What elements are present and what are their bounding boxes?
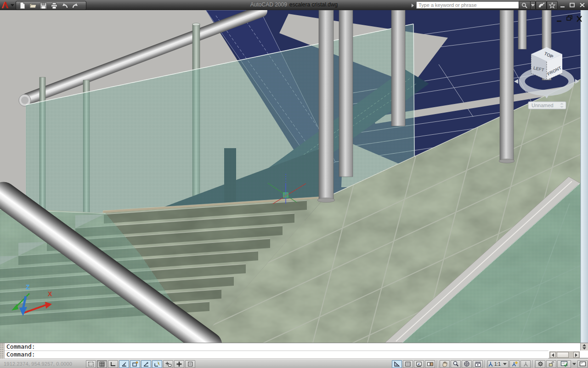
coordinates-readout[interactable]: 1912.2374, 954.9257, 0.0000: [0, 361, 85, 367]
infocenter-collapse-icon[interactable]: [412, 4, 414, 7]
layout-button[interactable]: [403, 360, 413, 368]
close-icon: [580, 2, 585, 8]
scroll-right-button[interactable]: [573, 352, 579, 358]
quick-view-drawings-icon: [427, 361, 434, 367]
satellite-dish-icon: [538, 2, 545, 9]
annotation-visibility-button[interactable]: [509, 360, 520, 368]
menu-browser-caret-icon[interactable]: [11, 4, 14, 6]
grid-toggle[interactable]: [97, 360, 107, 368]
annotation-scale-icon: [488, 361, 493, 367]
annotation-autoscale-icon: [523, 361, 529, 367]
app-name: AutoCAD 2009: [250, 1, 287, 8]
svg-text:Z: Z: [26, 283, 30, 291]
redo-arrow-icon: [72, 2, 79, 9]
command-history-line[interactable]: Command:: [5, 343, 548, 351]
plot-button[interactable]: [50, 2, 58, 9]
chevron-down-icon: [531, 4, 535, 6]
gear-icon: [537, 361, 544, 367]
maximize-button[interactable]: [568, 2, 576, 8]
open-folder-icon: [29, 2, 37, 9]
search-menu-button[interactable]: [530, 1, 536, 10]
osnap-toggle[interactable]: [130, 360, 140, 368]
pan-button[interactable]: [440, 360, 450, 368]
autocad-window: AutoCAD 2009escalera cristal.dwg: [0, 0, 588, 368]
save-button[interactable]: [39, 2, 48, 9]
clean-screen-icon: [579, 361, 586, 367]
statusbar-separator: [437, 360, 438, 368]
ducs-toggle[interactable]: [152, 360, 162, 368]
snap-toggle[interactable]: [86, 360, 96, 368]
new-button[interactable]: [18, 2, 27, 9]
workspace-switching-button[interactable]: [535, 360, 545, 368]
printer-icon: [51, 2, 58, 9]
star-icon: [549, 2, 555, 9]
dyn-toggle[interactable]: [163, 360, 173, 368]
model-space-icon: [394, 361, 400, 367]
toolbar-lock-button[interactable]: [546, 360, 556, 368]
annotation-scale-value: 1:1: [494, 362, 501, 367]
otrack-toggle[interactable]: [141, 360, 151, 368]
showmotion-icon: [475, 361, 481, 367]
statusbar-separator: [485, 360, 486, 368]
search-input[interactable]: [416, 1, 521, 9]
status-bar-menu-button[interactable]: [571, 360, 577, 368]
close-button[interactable]: [578, 2, 586, 8]
drawing-viewport[interactable]: Z X: [0, 10, 588, 343]
quick-view-layouts-icon: [416, 361, 422, 367]
favorites-button[interactable]: [547, 1, 558, 10]
steering-wheel-icon: [464, 361, 470, 367]
command-input-line[interactable]: Command:: [5, 351, 548, 358]
chevron-down-icon: [503, 363, 507, 365]
save-floppy-icon: [40, 2, 47, 9]
quick-view-layouts-button[interactable]: [414, 360, 424, 368]
minimize-icon: [560, 2, 565, 8]
zoom-button[interactable]: [451, 360, 461, 368]
maximize-icon: [570, 2, 575, 8]
document-name: escalera cristal.dwg: [289, 1, 338, 8]
drawing-status-icon: [560, 361, 568, 367]
open-button[interactable]: [28, 2, 37, 9]
command-horizontal-scrollbar[interactable]: [549, 351, 580, 358]
scroll-up-icon[interactable]: [582, 344, 586, 346]
view-label-pill[interactable]: Unnamed: [528, 102, 566, 109]
quick-view-drawings-button[interactable]: [425, 360, 435, 368]
scroll-left-button[interactable]: [550, 352, 556, 358]
autocad-logo-icon[interactable]: [1, 0, 10, 10]
communication-center-button[interactable]: [536, 1, 547, 10]
new-file-icon: [19, 2, 26, 9]
command-scroll-spinner[interactable]: [580, 343, 588, 351]
showmotion-button[interactable]: [473, 360, 483, 368]
search-icon: [521, 2, 528, 9]
view-label: Unnamed: [531, 103, 554, 108]
redo-button[interactable]: [71, 2, 79, 9]
command-window-grip[interactable]: [0, 343, 5, 359]
scrollbar-thumb[interactable]: [557, 352, 569, 358]
search-button[interactable]: [519, 1, 531, 10]
layout-icon: [405, 361, 411, 367]
quick-properties-toggle[interactable]: [185, 360, 195, 368]
undo-arrow-icon: [61, 2, 68, 9]
command-window[interactable]: Command: Command:: [0, 343, 588, 358]
svg-text:X: X: [48, 290, 52, 298]
clean-screen-button[interactable]: [577, 360, 588, 368]
scroll-down-icon[interactable]: [582, 347, 586, 350]
viewport-scrollbar[interactable]: [581, 10, 588, 343]
drawing-status-button[interactable]: [557, 360, 571, 368]
annotation-visibility-icon: [512, 361, 518, 367]
title-bar: AutoCAD 2009escalera cristal.dwg: [0, 0, 588, 11]
steering-wheel-button[interactable]: [462, 360, 472, 368]
status-bar: 1912.2374, 954.9257, 0.0000: [0, 359, 588, 368]
minimize-button[interactable]: [559, 2, 567, 8]
undo-button[interactable]: [60, 2, 69, 9]
statusbar-separator: [532, 360, 533, 368]
unlocked-padlock-icon: [548, 361, 554, 367]
quick-access-toolbar: [16, 1, 86, 10]
polar-toggle[interactable]: [119, 360, 129, 368]
pan-hand-icon: [441, 361, 448, 367]
annotation-scale-button[interactable]: 1:1: [487, 360, 509, 368]
lwt-toggle[interactable]: [174, 360, 184, 368]
model-button[interactable]: [392, 360, 402, 368]
drawing-canvas[interactable]: Z X: [0, 10, 588, 343]
annotation-autoscale-button[interactable]: [520, 360, 531, 368]
ortho-toggle[interactable]: [108, 360, 118, 368]
